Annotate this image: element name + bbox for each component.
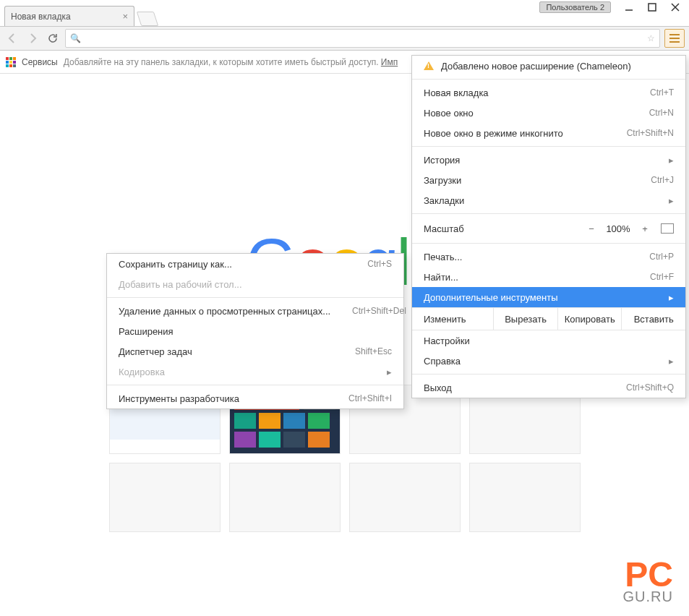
- zoom-in-button[interactable]: +: [636, 223, 654, 234]
- titlebar: Новая вкладка × Пользователь 2: [0, 0, 689, 26]
- apps-icon[interactable]: [6, 57, 16, 67]
- chevron-right-icon: ▸: [669, 155, 674, 166]
- fullscreen-button[interactable]: [661, 223, 674, 234]
- zoom-out-button[interactable]: −: [583, 223, 600, 234]
- minimize-button[interactable]: [624, 2, 634, 12]
- user-badge[interactable]: Пользователь 2: [539, 1, 611, 13]
- menu-find[interactable]: Найти...Ctrl+F: [412, 267, 685, 287]
- submenu-clear-data[interactable]: Удаление данных о просмотренных страница…: [107, 301, 403, 321]
- menu-downloads[interactable]: ЗагрузкиCtrl+J: [412, 170, 685, 190]
- menu-history[interactable]: История▸: [412, 150, 685, 170]
- chevron-right-icon: ▸: [387, 367, 392, 377]
- menu-new-window[interactable]: Новое окноCtrl+N: [412, 103, 685, 123]
- chevron-right-icon: ▸: [669, 356, 674, 367]
- maximize-button[interactable]: [647, 2, 657, 12]
- hamburger-icon: [669, 34, 680, 43]
- submenu-encoding[interactable]: Кодировка▸: [107, 362, 403, 382]
- paste-button[interactable]: Вставить: [621, 308, 685, 330]
- submenu-add-desktop: Добавить на рабочий стол...: [107, 274, 403, 294]
- menu-zoom: Масштаб − 100% +: [412, 217, 685, 240]
- thumbnail-tile[interactable]: [229, 463, 341, 532]
- edit-label: Изменить: [412, 308, 493, 330]
- tab-title: Новая вкладка: [11, 12, 71, 22]
- menu-more-tools[interactable]: Дополнительные инструменты▸: [412, 287, 685, 307]
- menu-print[interactable]: Печать...Ctrl+P: [412, 247, 685, 267]
- close-tab-icon[interactable]: ×: [122, 11, 128, 22]
- extension-notice[interactable]: Добавлено новое расширение (Chameleon): [412, 56, 685, 76]
- menu-settings[interactable]: Настройки: [412, 330, 685, 351]
- thumbnail-tile[interactable]: [109, 463, 221, 532]
- reload-button[interactable]: [45, 30, 61, 46]
- back-button[interactable]: [4, 30, 20, 46]
- thumbnail-tile[interactable]: [349, 463, 461, 532]
- menu-help[interactable]: Справка▸: [412, 351, 685, 371]
- main-menu: Добавлено новое расширение (Chameleon) Н…: [411, 55, 686, 398]
- thumbnail-tile[interactable]: [469, 463, 581, 532]
- window-controls: Пользователь 2: [539, 1, 689, 13]
- toolbar: 🔍 ☆: [0, 26, 689, 51]
- main-menu-button[interactable]: [664, 29, 685, 48]
- apps-label[interactable]: Сервисы: [22, 57, 58, 67]
- copy-button[interactable]: Копировать: [557, 308, 622, 330]
- new-tab-button[interactable]: [137, 12, 158, 26]
- import-link[interactable]: Имп: [381, 57, 398, 67]
- cut-button[interactable]: Вырезать: [493, 308, 557, 330]
- globe-icon: 🔍: [70, 33, 81, 43]
- menu-bookmarks[interactable]: Закладки▸: [412, 190, 685, 210]
- svg-rect-1: [649, 4, 656, 11]
- browser-tab[interactable]: Новая вкладка ×: [4, 6, 134, 26]
- url-input[interactable]: [85, 33, 647, 44]
- address-bar[interactable]: 🔍 ☆: [65, 29, 660, 48]
- submenu-extensions[interactable]: Расширения: [107, 321, 403, 341]
- chevron-right-icon: ▸: [669, 195, 674, 206]
- close-window-button[interactable]: [670, 2, 680, 12]
- chevron-right-icon: ▸: [669, 292, 674, 303]
- bookmark-hint: Добавляйте на эту панель закладки, к кот…: [64, 57, 398, 67]
- submenu-dev-tools[interactable]: Инструменты разработчикаCtrl+Shift+I: [107, 388, 403, 408]
- menu-edit-row: Изменить Вырезать Копировать Вставить: [412, 307, 685, 330]
- bookmark-star-icon[interactable]: ☆: [647, 33, 655, 43]
- warning-icon: [424, 61, 434, 70]
- watermark: PC GU.RU: [623, 559, 673, 603]
- menu-incognito[interactable]: Новое окно в режиме инкогнитоCtrl+Shift+…: [412, 123, 685, 143]
- zoom-value: 100%: [600, 223, 636, 234]
- submenu-task-manager[interactable]: Диспетчер задачShift+Esc: [107, 341, 403, 362]
- menu-new-tab[interactable]: Новая вкладкаCtrl+T: [412, 82, 685, 103]
- tab-strip: Новая вкладка ×: [0, 0, 156, 26]
- menu-exit[interactable]: ВыходCtrl+Shift+Q: [412, 377, 685, 398]
- forward-button[interactable]: [25, 30, 40, 46]
- submenu-save-page[interactable]: Сохранить страницу как...Ctrl+S: [107, 254, 403, 274]
- more-tools-submenu: Сохранить страницу как...Ctrl+S Добавить…: [106, 253, 404, 409]
